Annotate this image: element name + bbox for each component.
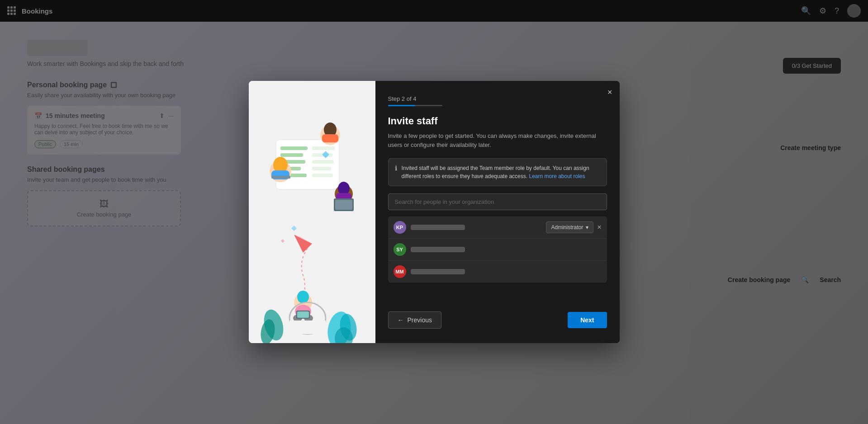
step-progress-fill (388, 105, 415, 106)
staff-item: SY (388, 239, 607, 261)
staff-name-1 (411, 225, 546, 230)
invite-staff-dialog: × Step 2 of 4 Invite staff Invite a few … (249, 81, 620, 343)
svg-rect-11 (312, 174, 333, 177)
chevron-down-icon: ▾ (586, 224, 588, 231)
staff-avatar-sy: SY (394, 243, 406, 256)
arrow-left-icon: ← (398, 316, 404, 324)
previous-button[interactable]: ← Previous (388, 311, 441, 329)
staff-avatar-kp: KP (394, 221, 406, 234)
info-banner: ℹ Invited staff will be assigned the Tea… (388, 158, 607, 186)
svg-rect-9 (312, 160, 334, 164)
svg-rect-14 (322, 134, 338, 142)
dialog-footer: ← Previous Next (388, 304, 607, 329)
staff-list: KP Administrator ▾ × SY (388, 217, 607, 283)
dialog-content: × Step 2 of 4 Invite staff Invite a few … (375, 81, 620, 343)
svg-rect-18 (271, 176, 290, 179)
role-dropdown-1[interactable]: Administrator ▾ (546, 221, 593, 233)
staff-search-input[interactable] (388, 193, 607, 210)
staff-name-3 (411, 269, 602, 274)
svg-rect-7 (312, 146, 335, 150)
staff-item: KP Administrator ▾ × (388, 217, 607, 239)
svg-rect-2 (280, 146, 308, 150)
staff-item: MM (388, 261, 607, 283)
step-label: Step 2 of 4 (388, 95, 607, 102)
staff-avatar-mm: MM (394, 265, 406, 278)
svg-rect-0 (249, 81, 375, 343)
svg-rect-42 (289, 320, 326, 334)
svg-point-30 (297, 291, 309, 303)
svg-rect-23 (335, 200, 352, 210)
learn-more-link[interactable]: Learn more about roles (529, 173, 585, 179)
remove-staff-button-1[interactable]: × (597, 224, 601, 231)
next-button[interactable]: Next (568, 312, 607, 328)
svg-rect-3 (280, 153, 303, 157)
staff-name-2 (411, 247, 602, 252)
info-icon: ℹ (395, 165, 397, 172)
step-progress-bar (388, 105, 442, 106)
dialog-illustration (249, 81, 375, 343)
dialog-title: Invite staff (388, 115, 607, 127)
svg-rect-8 (312, 153, 332, 157)
dialog-close-button[interactable]: × (607, 88, 612, 96)
svg-rect-10 (312, 167, 331, 170)
dialog-description: Invite a few people to get started. You … (388, 132, 607, 149)
info-banner-text: Invited staff will be assigned the Team … (402, 164, 600, 180)
svg-rect-35 (297, 311, 309, 318)
